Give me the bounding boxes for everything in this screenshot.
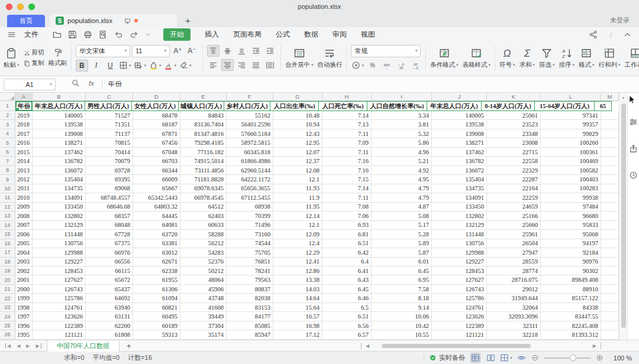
cell[interactable]: 85157.122 — [541, 294, 601, 303]
cell[interactable]: 6.51 — [322, 239, 372, 248]
cell[interactable]: 131448 — [432, 230, 487, 239]
cell[interactable]: 2002 — [15, 266, 33, 275]
cell[interactable]: 74544 — [227, 239, 273, 248]
copy-button[interactable]: 复制 — [24, 59, 44, 67]
header-cell[interactable]: 人口自然增长率(‰) — [367, 101, 427, 111]
cell[interactable]: 79563 — [227, 275, 273, 284]
cell[interactable]: 60495 — [133, 312, 180, 321]
cell[interactable]: 2000 — [15, 285, 33, 294]
cell[interactable]: 73111.4856 — [180, 166, 227, 175]
cell[interactable]: 65672 — [86, 275, 133, 284]
cell[interactable]: 2014 — [15, 157, 33, 165]
cell[interactable]: 25660 — [487, 221, 541, 230]
cell[interactable]: 6.46 — [322, 294, 372, 303]
cell[interactable]: 65437 — [86, 285, 133, 294]
cell[interactable] — [601, 157, 619, 165]
cell[interactable]: 4.95 — [372, 175, 432, 184]
cell[interactable]: 22715 — [487, 148, 541, 157]
cell[interactable]: 59313 — [133, 330, 180, 339]
cell[interactable]: 126743 — [432, 285, 487, 294]
symbol-button[interactable]: Ω 符号 — [499, 47, 515, 69]
quick-access-dropdown-icon[interactable] — [145, 31, 151, 38]
column-header-H[interactable]: H — [322, 93, 372, 101]
cell[interactable]: 60189 — [133, 321, 180, 330]
cell[interactable] — [601, 166, 619, 175]
cell[interactable]: 136072 — [33, 166, 86, 175]
cell[interactable]: 100469 — [541, 157, 601, 165]
cell[interactable]: 69078.6345 — [180, 184, 227, 193]
cell[interactable]: 2017 — [15, 129, 33, 138]
cell[interactable]: 6.51 — [322, 312, 372, 321]
cell[interactable] — [601, 266, 619, 275]
cell[interactable] — [601, 212, 619, 220]
cell[interactable]: 2013 — [15, 166, 33, 175]
cell[interactable]: 52376 — [180, 258, 227, 266]
cell[interactable]: 100582 — [541, 166, 601, 175]
cell[interactable]: 121121 — [33, 330, 86, 339]
column-header-J[interactable]: J — [432, 93, 487, 101]
cell[interactable]: 11.9 — [273, 193, 322, 202]
cell[interactable]: 6.56 — [322, 321, 372, 330]
merge-center-button[interactable]: T 合并居中 — [285, 47, 314, 69]
cell[interactable]: 1998 — [15, 303, 33, 312]
header-cell[interactable]: 年末总人口(万人) — [32, 101, 85, 111]
magnifier-icon[interactable] — [71, 79, 80, 87]
cell[interactable]: 7.14 — [322, 184, 372, 193]
history-icon[interactable] — [629, 171, 638, 180]
cell[interactable]: 8.18 — [372, 294, 432, 303]
row-number[interactable]: 23 — [0, 303, 15, 312]
cell[interactable]: 139538 — [432, 120, 487, 129]
add-sheet-button[interactable]: + — [127, 342, 131, 350]
cell[interactable]: 2010 — [15, 193, 33, 202]
cell[interactable]: 7.16 — [322, 166, 372, 175]
cell[interactable]: 41608 — [180, 303, 227, 312]
cell[interactable]: 63720 — [133, 230, 180, 239]
cell[interactable]: 7.13 — [322, 120, 372, 129]
cell[interactable]: 7.14 — [322, 111, 372, 120]
cell[interactable] — [601, 184, 619, 193]
cell[interactable]: 81347.4816 — [180, 129, 227, 138]
cell[interactable]: 90302 — [541, 266, 601, 275]
cell[interactable]: 68357 — [86, 212, 133, 220]
cell[interactable]: 22558 — [487, 157, 541, 165]
cell[interactable]: 137462 — [33, 148, 86, 157]
format-painter-button[interactable]: 格式刷 — [48, 48, 67, 67]
cell[interactable]: 129988 — [33, 248, 86, 257]
cell[interactable]: 69068 — [86, 184, 133, 193]
cut-button[interactable]: 剪切 — [24, 48, 44, 57]
cell[interactable]: 28774 — [487, 266, 541, 275]
cell[interactable]: 4.87 — [372, 203, 432, 212]
page-break-view-button[interactable] — [501, 353, 511, 363]
cell[interactable]: 7.58 — [372, 285, 432, 294]
cell[interactable]: 61808 — [86, 330, 133, 339]
cell[interactable]: 1997 — [15, 312, 33, 321]
cell[interactable]: 28716.075 — [487, 275, 541, 284]
cell[interactable]: 11.95 — [273, 203, 322, 212]
cell[interactable]: 66703 — [133, 157, 180, 165]
cell[interactable]: 134735 — [33, 184, 86, 193]
cell[interactable]: 64512 — [180, 203, 227, 212]
cell[interactable]: 68478 — [133, 111, 180, 120]
cell[interactable]: 96680 — [541, 212, 601, 220]
cell[interactable]: 5.17 — [372, 221, 432, 230]
cell[interactable]: 84843 — [180, 111, 227, 120]
cell[interactable]: 85085 — [227, 321, 273, 330]
cell[interactable]: 12.08 — [273, 166, 322, 175]
cell[interactable]: 6.42 — [322, 248, 372, 257]
cell[interactable]: 82038 — [227, 294, 273, 303]
row-number[interactable]: 15 — [0, 230, 15, 239]
cell[interactable]: 126743 — [33, 285, 86, 294]
column-header-D[interactable]: D — [133, 93, 180, 101]
header-cell[interactable]: 年份 — [15, 101, 33, 111]
cell[interactable] — [601, 312, 619, 321]
cell[interactable]: 134091 — [33, 193, 86, 202]
cell[interactable]: 70414 — [86, 148, 133, 157]
cell[interactable]: 12.43 — [273, 129, 322, 138]
cell[interactable]: 2012 — [15, 175, 33, 184]
cell[interactable]: 79298.4185 — [180, 138, 227, 147]
cell[interactable] — [601, 111, 619, 120]
cell[interactable]: 6.43 — [322, 275, 372, 284]
cell[interactable]: 2005 — [15, 239, 33, 248]
cell[interactable]: 2007 — [15, 221, 33, 230]
cell[interactable]: 128453 — [432, 266, 487, 275]
